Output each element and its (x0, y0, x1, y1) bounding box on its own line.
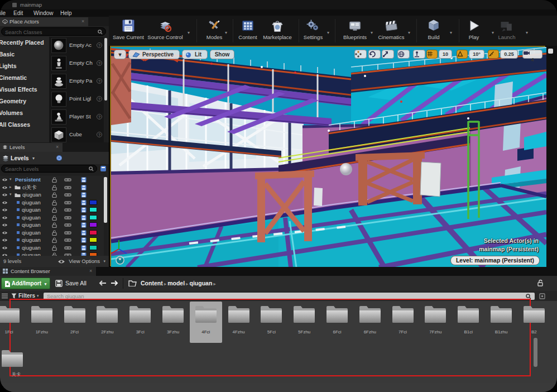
category-recently-placed[interactable]: Recently Placed (0, 37, 49, 49)
move-tool-button[interactable] (354, 50, 367, 59)
grid-snap-value[interactable]: 10 (439, 50, 452, 59)
folder-关卡[interactable]: 关卡 (0, 346, 32, 387)
scale-snap-value[interactable]: 0.25 (500, 50, 518, 59)
folder-4Fci[interactable]: 4Fci (190, 302, 222, 343)
folder-5Fci[interactable]: 5Fci (255, 302, 287, 343)
folder-B1zhu[interactable]: B1zhu (485, 302, 517, 343)
place-item-empty-ac[interactable]: Empty Ac? (49, 37, 104, 55)
level-row-qiuguan-10[interactable]: qiuguan (0, 251, 104, 256)
breadcrumb-qiuguan[interactable]: qiuguan (190, 280, 213, 286)
levels-header-title[interactable]: Levels (11, 155, 29, 161)
lit-button[interactable]: Lit (182, 50, 208, 59)
folder-2Fzhu[interactable]: 2Fzhu (91, 302, 123, 343)
level-row-qiuguan-2[interactable]: ▾qiuguan (0, 191, 104, 199)
level-row-qiuguan-8[interactable]: qiuguan (0, 236, 104, 244)
viewport-3d[interactable]: ▾ Perspective Lit Show 10 (110, 46, 545, 266)
levels-tab-close[interactable]: × (56, 144, 59, 150)
level-color-chip[interactable] (89, 215, 97, 220)
folder-5Fzhu[interactable]: 5Fzhu (288, 302, 320, 343)
level-color-chip[interactable] (89, 200, 97, 205)
folder-3Fci[interactable]: 3Fci (124, 302, 156, 343)
breadcrumb-model[interactable]: model (167, 280, 185, 286)
marketplace-button[interactable]: Marketplace (260, 18, 295, 45)
back-arrow-icon[interactable] (98, 280, 107, 286)
place-item-empty-ch[interactable]: Empty Ch? (49, 55, 104, 73)
rotation-snap-button[interactable] (457, 50, 468, 59)
folder-3Fzhu[interactable]: 3Fzhu (157, 302, 189, 343)
category-cinematic[interactable]: Cinematic (0, 72, 49, 84)
folder-1Fzhu[interactable]: 1Fzhu (26, 302, 58, 343)
menu-help[interactable]: Help (60, 10, 72, 16)
folder-7Fci[interactable]: 7Fci (387, 302, 419, 343)
folder-B2[interactable]: B2 (518, 302, 550, 343)
caret-icon[interactable]: ▾ (450, 30, 452, 35)
category-all-classes[interactable]: All Classes (0, 119, 49, 131)
level-color-chip[interactable] (89, 222, 97, 227)
level-row-Persistent-0[interactable]: ▾Persistent (0, 176, 104, 184)
sources-panel-icon[interactable] (2, 293, 8, 299)
content-browser-tab-close[interactable]: × (89, 268, 92, 274)
add-import-button[interactable]: Add/Import ▾ (1, 278, 50, 289)
breadcrumb-Content[interactable]: Content (141, 280, 163, 286)
scale-tool-button[interactable] (382, 50, 394, 59)
level-row-qiuguan-7[interactable]: qiuguan (0, 229, 104, 237)
place-item-empty-pa[interactable]: Empty Pa? (49, 73, 104, 90)
place-actors-tab-close[interactable]: × (81, 18, 84, 24)
blueprints-button[interactable]: Blueprints (337, 18, 373, 45)
category-lights[interactable]: Lights (0, 60, 49, 72)
folder-6Fci[interactable]: 6Fci (321, 302, 353, 343)
caret-icon[interactable]: ▾ (188, 30, 190, 35)
levels-scroll-thumb[interactable] (104, 177, 107, 223)
place-actors-tab[interactable]: Place Actors × (0, 17, 88, 26)
menu-window[interactable]: Window (33, 10, 54, 16)
caret-icon[interactable]: ▾ (371, 30, 373, 35)
level-color-chip[interactable] (89, 230, 97, 235)
menu-edit[interactable]: Edit (13, 10, 23, 16)
level-row-qiuguan-4[interactable]: qiuguan (0, 206, 104, 214)
caret-icon[interactable]: ▾ (225, 30, 227, 35)
caret-icon[interactable]: ▾ (526, 30, 528, 35)
place-item-cube[interactable]: Cube? (49, 126, 104, 142)
forward-arrow-icon[interactable] (111, 280, 119, 286)
cinematics-button[interactable]: Cinematics (373, 18, 409, 45)
menu-file[interactable]: File (0, 10, 6, 16)
surface-snap-button[interactable] (413, 50, 425, 59)
viewport-options-button[interactable]: ▾ (114, 50, 126, 59)
folder-1Fci[interactable]: 1Fci (0, 302, 25, 343)
category-volumes[interactable]: Volumes (0, 107, 49, 119)
content-browser-tab[interactable]: Content Browser × (0, 267, 96, 276)
place-actors-scroll-thumb[interactable] (104, 38, 107, 101)
scale-snap-button[interactable] (488, 50, 499, 59)
folder-4Fzhu[interactable]: 4Fzhu (223, 302, 255, 343)
levels-tab[interactable]: Levels × (0, 143, 63, 152)
settings-button[interactable]: Settings (295, 18, 331, 45)
assets-scroll-thumb[interactable] (534, 338, 537, 367)
category-geometry[interactable]: Geometry (0, 95, 49, 107)
level-row-qiuguan-5[interactable]: qiuguan (0, 214, 104, 222)
place-item-point-ligl[interactable]: Point Ligl? (49, 90, 104, 108)
show-button[interactable]: Show (210, 50, 234, 59)
lock-icon[interactable] (537, 279, 544, 287)
play-button[interactable]: Play (456, 18, 492, 45)
levels-search[interactable]: Search Levels (1, 165, 97, 173)
view-options-button[interactable]: View Options (69, 258, 100, 264)
launch-button[interactable]: Launch (489, 18, 525, 45)
level-color-chip[interactable] (89, 245, 97, 250)
rotation-snap-value[interactable]: 10° (469, 50, 484, 59)
build-button[interactable]: Build (416, 18, 452, 45)
place-item-player-st[interactable]: Player St? (49, 108, 104, 126)
category-visual-effects[interactable]: Visual Effects (0, 84, 49, 95)
folder-7Fzhu[interactable]: 7Fzhu (419, 302, 452, 343)
level-row-ci-1[interactable]: ▸ci关卡 (0, 184, 104, 192)
view-settings-icon[interactable] (539, 293, 545, 299)
levels-world-icon[interactable] (56, 155, 63, 161)
category-basic[interactable]: Basic (0, 49, 49, 60)
source-control-button[interactable]: Source Control (147, 18, 183, 45)
grid-snap-button[interactable] (426, 50, 438, 59)
save-current-button[interactable]: Save Current (111, 18, 146, 45)
level-row-qiuguan-9[interactable]: qiuguan (0, 244, 104, 252)
level-color-chip[interactable] (89, 207, 97, 212)
caret-icon[interactable]: ▾ (408, 30, 410, 35)
place-actors-search[interactable]: Search Classes (1, 27, 106, 36)
viewport-maximize-button[interactable] (548, 49, 553, 54)
